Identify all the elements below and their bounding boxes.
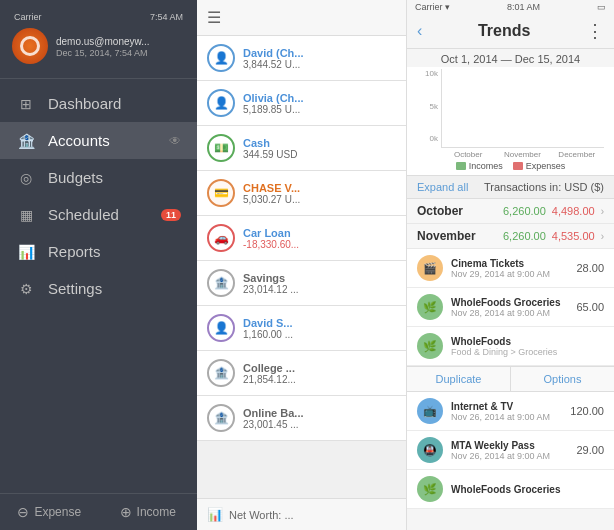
account-amount: -18,330.60...: [243, 239, 396, 250]
month-amounts: 6,260.00 4,498.00 ›: [503, 205, 604, 217]
account-name: Car Loan: [243, 227, 396, 239]
chart-bars: [441, 69, 604, 148]
trends-title: Trends: [422, 22, 586, 40]
hamburger-icon[interactable]: ☰: [207, 8, 221, 27]
sidebar-item-accounts[interactable]: 🏦 Accounts 👁: [0, 122, 197, 159]
status-bar-left: Carrier 7:54 AM: [12, 12, 185, 28]
trends-panel: Carrier ▾ 8:01 AM ▭ ‹ Trends ⋮ Oct 1, 20…: [407, 0, 614, 530]
expense-button[interactable]: ⊖ Expense: [0, 494, 99, 530]
user-info: demo.us@moneyw... Dec 15, 2014, 7:54 AM: [56, 35, 150, 58]
account-name: David (Ch...: [243, 47, 396, 59]
account-icon: 👤: [207, 44, 235, 72]
account-item[interactable]: 🏦 Savings 23,014.12 ...: [197, 261, 406, 306]
txn-name: Internet & TV: [451, 401, 562, 412]
sidebar-label-scheduled: Scheduled: [48, 206, 149, 223]
month-expense: 4,535.00: [552, 230, 595, 242]
incomes-label: Incomes: [469, 161, 503, 171]
account-details: Cash 344.59 USD: [243, 137, 396, 160]
account-amount: 344.59 USD: [243, 149, 396, 160]
account-item[interactable]: 🏦 College ... 21,854.12...: [197, 351, 406, 396]
transaction-item[interactable]: 🚇 MTA Weekly Pass Nov 26, 2014 at 9:00 A…: [407, 431, 614, 470]
chart-container: 10k 5k 0k OctoberNovemberDecember: [417, 69, 604, 159]
txn-icon: 🌿: [417, 294, 443, 320]
incomes-color: [456, 162, 466, 170]
txn-details: WholeFoods Groceries: [451, 484, 604, 495]
income-label: Income: [137, 505, 176, 519]
chevron-icon: ›: [601, 206, 604, 217]
duplicate-options-bar: Duplicate Options: [407, 366, 614, 392]
left-sidebar: Carrier 7:54 AM demo.us@moneyw... Dec 15…: [0, 0, 197, 530]
account-amount: 23,001.45 ...: [243, 419, 396, 430]
budgets-icon: ◎: [16, 170, 36, 186]
nav-menu: ⊞ Dashboard 🏦 Accounts 👁 ◎ Budgets ▦ Sch…: [0, 79, 197, 493]
txn-name: WholeFoods: [451, 336, 604, 347]
account-item[interactable]: 💳 CHASE V... 5,030.27 U...: [197, 171, 406, 216]
account-item[interactable]: 🏦 Online Ba... 23,001.45 ...: [197, 396, 406, 441]
txn-date: Nov 26, 2014 at 9:00 AM: [451, 412, 562, 422]
txn-date: Nov 26, 2014 at 9:00 AM: [451, 451, 568, 461]
month-name: October: [417, 204, 463, 218]
txn-date: Nov 29, 2014 at 9:00 AM: [451, 269, 568, 279]
income-button[interactable]: ⊕ Income: [99, 494, 198, 530]
account-item[interactable]: 👤 David S... 1,160.00 ...: [197, 306, 406, 351]
accounts-icon: 🏦: [16, 133, 36, 149]
txn-details: MTA Weekly Pass Nov 26, 2014 at 9:00 AM: [451, 440, 568, 461]
account-item[interactable]: 👤 David (Ch... 3,844.52 U...: [197, 36, 406, 81]
sidebar-item-settings[interactable]: ⚙ Settings: [0, 270, 197, 307]
options-button[interactable]: Options: [511, 367, 614, 391]
month-header-november[interactable]: November 6,260.00 4,535.00 ›: [407, 224, 614, 249]
account-item[interactable]: 👤 Olivia (Ch... 5,189.85 U...: [197, 81, 406, 126]
sidebar-item-dashboard[interactable]: ⊞ Dashboard: [0, 85, 197, 122]
month-header-october[interactable]: October 6,260.00 4,498.00 ›: [407, 199, 614, 224]
x-label-2: December: [550, 148, 604, 159]
transaction-item[interactable]: 🌿 WholeFoods Groceries Nov 28, 2014 at 9…: [407, 288, 614, 327]
account-details: Savings 23,014.12 ...: [243, 272, 396, 295]
account-amount: 23,014.12 ...: [243, 284, 396, 295]
status-bar-right: Carrier ▾ 8:01 AM ▭: [407, 0, 614, 14]
account-details: David (Ch... 3,844.52 U...: [243, 47, 396, 70]
expenses-color: [513, 162, 523, 170]
time-right: 8:01 AM: [507, 2, 540, 12]
transaction-item[interactable]: 🌿 WholeFoods Groceries: [407, 470, 614, 509]
sidebar-item-reports[interactable]: 📊 Reports: [0, 233, 197, 270]
trends-header: ‹ Trends ⋮: [407, 14, 614, 49]
txn-details: WholeFoods Groceries Nov 28, 2014 at 9:0…: [451, 297, 568, 318]
y-label-0k: 0k: [430, 134, 438, 143]
accounts-panel: ☰ 👤 David (Ch... 3,844.52 U... 👤 Olivia …: [197, 0, 407, 530]
account-icon: 🏦: [207, 269, 235, 297]
txn-amount: 120.00: [570, 405, 604, 417]
expand-all-button[interactable]: Expand all: [417, 181, 468, 193]
txn-icon: 🌿: [417, 476, 443, 502]
account-name: Savings: [243, 272, 396, 284]
account-item[interactable]: 💵 Cash 344.59 USD: [197, 126, 406, 171]
account-name: College ...: [243, 362, 396, 374]
account-name: Cash: [243, 137, 396, 149]
account-details: College ... 21,854.12...: [243, 362, 396, 385]
txn-icon: 🎬: [417, 255, 443, 281]
account-details: Olivia (Ch... 5,189.85 U...: [243, 92, 396, 115]
txn-details: Cinema Tickets Nov 29, 2014 at 9:00 AM: [451, 258, 568, 279]
trends-chart-area: 10k 5k 0k OctoberNovemberDecember: [407, 67, 614, 176]
transaction-item[interactable]: 🎬 Cinema Tickets Nov 29, 2014 at 9:00 AM…: [407, 249, 614, 288]
left-footer: ⊖ Expense ⊕ Income: [0, 493, 197, 530]
account-name: Olivia (Ch...: [243, 92, 396, 104]
account-amount: 1,160.00 ...: [243, 329, 396, 340]
sidebar-label-accounts: Accounts: [48, 132, 157, 149]
account-details: Car Loan -18,330.60...: [243, 227, 396, 250]
battery-right: ▭: [597, 2, 606, 12]
transactions-list: October 6,260.00 4,498.00 › November 6,2…: [407, 199, 614, 530]
account-item[interactable]: 🚗 Car Loan -18,330.60...: [197, 216, 406, 261]
txn-amount: 65.00: [576, 301, 604, 313]
sidebar-label-dashboard: Dashboard: [48, 95, 181, 112]
more-button[interactable]: ⋮: [586, 20, 604, 42]
sidebar-item-scheduled[interactable]: ▦ Scheduled 11: [0, 196, 197, 233]
sidebar-item-budgets[interactable]: ◎ Budgets: [0, 159, 197, 196]
account-details: David S... 1,160.00 ...: [243, 317, 396, 340]
transaction-item[interactable]: 📺 Internet & TV Nov 26, 2014 at 9:00 AM …: [407, 392, 614, 431]
legend-expenses: Expenses: [513, 161, 566, 171]
txn-sub: Food & Dining > Groceries: [451, 347, 604, 357]
carrier-label: Carrier: [14, 12, 42, 22]
x-label-1: November: [495, 148, 549, 159]
duplicate-button[interactable]: Duplicate: [407, 367, 511, 391]
transaction-item[interactable]: 🌿 WholeFoods Food & Dining > Groceries: [407, 327, 614, 366]
